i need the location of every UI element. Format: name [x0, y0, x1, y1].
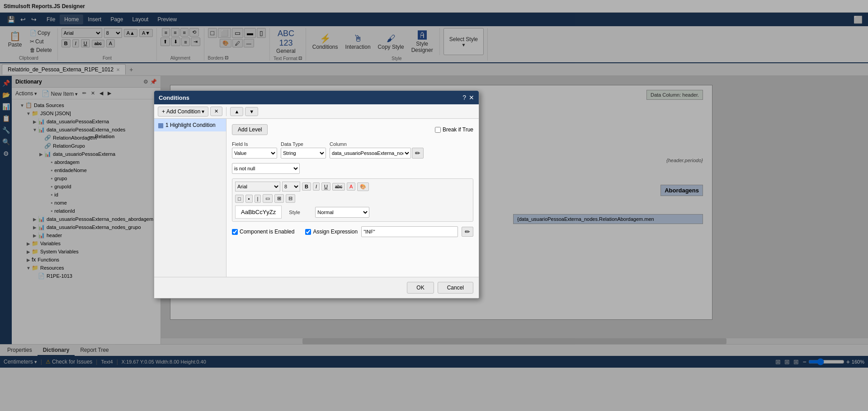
ok-label: OK [416, 285, 424, 291]
assign-expression-checkbox[interactable] [305, 229, 311, 235]
break-if-true-label: Break if True [443, 126, 473, 133]
add-level-label: Add Level [238, 126, 262, 133]
conditions-dialog: Conditions ? ✕ + Add Condition ▾ ✕ ▲ ▼ ▦ [154, 90, 479, 299]
style-font-select[interactable]: Arial [235, 182, 280, 191]
condition-1-icon: ▦ [158, 121, 164, 129]
style-row2: □ ▪ | ▭ ⊞ ⊟ [235, 194, 470, 203]
column-edit-btn[interactable]: ✏ [412, 148, 424, 159]
dialog-toolbar: + Add Condition ▾ ✕ ▲ ▼ [154, 104, 479, 119]
style-bold-btn[interactable]: B [302, 182, 311, 191]
break-if-true-checkbox[interactable] [435, 127, 441, 133]
border-s2-btn[interactable]: ▪ [245, 195, 253, 203]
assign-expression-label: Assign Expression [313, 229, 358, 235]
style-fontcolor-btn[interactable]: A [347, 182, 355, 191]
style-toolbar: Arial 8 B I U abc A 🎨 [235, 182, 470, 191]
component-enabled-checkbox[interactable] [232, 229, 238, 235]
condition-1-label: 1 Highlight Condition [165, 122, 216, 128]
data-type-select[interactable]: String Number Boolean [281, 148, 326, 159]
border-s3-btn[interactable]: | [255, 195, 261, 203]
style-underline-btn[interactable]: U [321, 182, 330, 191]
style-italic-btn[interactable]: I [313, 182, 320, 191]
border-s5-btn[interactable]: ⊞ [274, 194, 284, 203]
dialog-body: ▦ 1 Highlight Condition Add Level Break … [154, 119, 479, 277]
condition-operator-select[interactable]: is not null is null equals not equals [232, 163, 300, 174]
condition-row4: Component is Enabled Assign Expression ✏ [232, 226, 473, 237]
style-strike-btn[interactable]: abc [332, 183, 345, 191]
add-condition-dropdown: ▾ [202, 108, 204, 115]
style-value-select[interactable]: Normal Bold Italic [315, 207, 369, 218]
component-enabled-label: Component is Enabled [240, 229, 294, 235]
condition-editor: Add Level Break if True Field Is Value T… [226, 119, 479, 277]
style-panel: Arial 8 B I U abc A 🎨 □ ▪ [232, 178, 473, 222]
assign-expression-input[interactable] [361, 226, 458, 237]
dialog-help-btn[interactable]: ? [462, 94, 466, 101]
border-s6-btn[interactable]: ⊟ [286, 194, 295, 203]
move-down-condition-btn[interactable]: ▼ [245, 107, 258, 116]
ok-button[interactable]: OK [407, 282, 434, 294]
dialog-close-btn[interactable]: ✕ [469, 94, 474, 101]
component-enabled-container: Component is Enabled [232, 229, 294, 235]
condition-row1: Field Is Value Tag Data Type String Numb… [232, 141, 473, 159]
dialog-controls: ? ✕ [462, 94, 474, 101]
add-condition-btn[interactable]: + Add Condition ▾ [158, 107, 208, 117]
column-select[interactable]: data_usuarioPessoaExterna_nodes [330, 148, 411, 159]
data-type-label: Data Type [281, 141, 326, 147]
border-s1-btn[interactable]: □ [235, 195, 244, 203]
conditions-list: ▦ 1 Highlight Condition [154, 119, 226, 277]
style-bgcolor-btn[interactable]: 🎨 [357, 182, 369, 191]
condition-header: Add Level Break if True [232, 124, 473, 135]
add-condition-label: Add Condition [166, 108, 200, 115]
break-if-true-container: Break if True [435, 126, 473, 133]
style-label: Style [289, 210, 311, 215]
modal-overlay: Conditions ? ✕ + Add Condition ▾ ✕ ▲ ▼ ▦ [0, 0, 868, 411]
move-up-condition-btn[interactable]: ▲ [230, 107, 243, 116]
remove-condition-btn[interactable]: ✕ [210, 107, 222, 116]
condition-row2: is not null is null equals not equals [232, 163, 473, 174]
preview-text: AaBbCcYyZz [235, 206, 282, 219]
dialog-titlebar: Conditions ? ✕ [154, 91, 479, 104]
assign-expression-container: Assign Expression [305, 229, 358, 235]
style-size-select[interactable]: 8 [282, 182, 300, 191]
style-row3: AaBbCcYyZz Style Normal Bold Italic [235, 206, 470, 219]
field-is-select[interactable]: Value Tag [232, 148, 277, 159]
field-is-label: Field Is [232, 141, 277, 147]
add-level-btn[interactable]: Add Level [232, 124, 268, 135]
toolbar-sep [226, 107, 226, 116]
dialog-title: Conditions [159, 94, 189, 101]
border-s4-btn[interactable]: ▭ [263, 194, 273, 203]
condition-item-1[interactable]: ▦ 1 Highlight Condition [154, 119, 226, 131]
column-label: Column [330, 141, 424, 147]
dialog-footer: OK Cancel [154, 277, 479, 298]
cancel-label: Cancel [447, 285, 464, 291]
cancel-button[interactable]: Cancel [438, 282, 473, 294]
assign-edit-btn[interactable]: ✏ [462, 227, 473, 237]
add-condition-icon: + [162, 108, 165, 115]
